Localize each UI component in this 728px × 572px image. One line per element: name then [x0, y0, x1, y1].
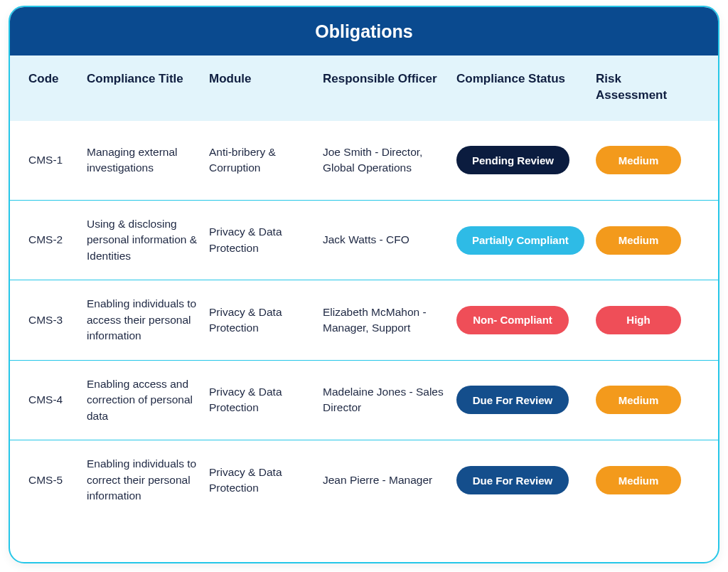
obligations-card: Obligations Code Compliance Title Module…: [9, 6, 719, 563]
risk-badge: High: [596, 306, 681, 334]
table-row[interactable]: CMS-2 Using & disclosing personal inform…: [10, 201, 718, 280]
cell-officer: Jean Pierre - Manager: [323, 472, 446, 488]
status-badge: Non- Compliant: [456, 306, 569, 334]
cell-code: CMS-2: [28, 232, 77, 248]
col-header-risk: Risk Assessment: [596, 71, 690, 104]
cell-officer: Elizabeth McMahon - Manager, Support: [323, 304, 446, 337]
risk-badge: Medium: [596, 386, 681, 414]
cell-compliance-title: Using & disclosing personal information …: [87, 216, 199, 264]
risk-badge: Medium: [596, 226, 681, 255]
table-body: CMS-1 Managing external investigations A…: [10, 121, 718, 520]
card-title: Obligations: [315, 21, 413, 42]
cell-compliance-title: Enabling individuals to access their per…: [87, 296, 199, 344]
cell-code: CMS-1: [28, 152, 77, 168]
cell-module: Privacy & Data Protection: [209, 465, 313, 497]
card-title-bar: Obligations: [10, 7, 718, 55]
cell-code: CMS-3: [28, 312, 77, 328]
cell-module: Anti-bribery & Corruption: [209, 144, 313, 176]
cell-compliance-title: Managing external investigations: [87, 144, 199, 176]
risk-badge: Medium: [596, 466, 681, 494]
cell-compliance-title: Enabling individuals to correct their pe…: [87, 456, 199, 504]
table-row[interactable]: CMS-1 Managing external investigations A…: [10, 121, 718, 201]
status-badge: Pending Review: [456, 146, 569, 174]
status-badge: Due For Review: [456, 466, 569, 494]
risk-badge: Medium: [596, 146, 681, 174]
cell-module: Privacy & Data Protection: [209, 304, 313, 337]
table-header: Code Compliance Title Module Responsible…: [10, 55, 718, 121]
cell-officer: Joe Smith - Director, Global Operations: [323, 144, 446, 176]
table-row[interactable]: CMS-5 Enabling individuals to correct th…: [10, 440, 718, 520]
table-row[interactable]: CMS-4 Enabling access and correction of …: [10, 361, 718, 440]
status-badge: Due For Review: [456, 386, 569, 414]
cell-officer: Jack Watts - CFO: [323, 232, 446, 248]
cell-compliance-title: Enabling access and correction of person…: [87, 376, 199, 424]
table-row[interactable]: CMS-3 Enabling individuals to access the…: [10, 280, 718, 360]
col-header-compliance-title: Compliance Title: [87, 71, 199, 88]
status-badge: Partially Compliant: [456, 226, 584, 255]
cell-officer: Madelaine Jones - Sales Director: [323, 384, 446, 416]
col-header-status: Compliance Status: [456, 71, 586, 88]
col-header-module: Module: [209, 71, 313, 88]
col-header-officer: Responsible Officer: [323, 71, 446, 88]
cell-module: Privacy & Data Protection: [209, 384, 313, 416]
col-header-code: Code: [28, 71, 77, 88]
cell-module: Privacy & Data Protection: [209, 224, 313, 256]
cell-code: CMS-5: [28, 472, 77, 488]
cell-code: CMS-4: [28, 392, 77, 408]
